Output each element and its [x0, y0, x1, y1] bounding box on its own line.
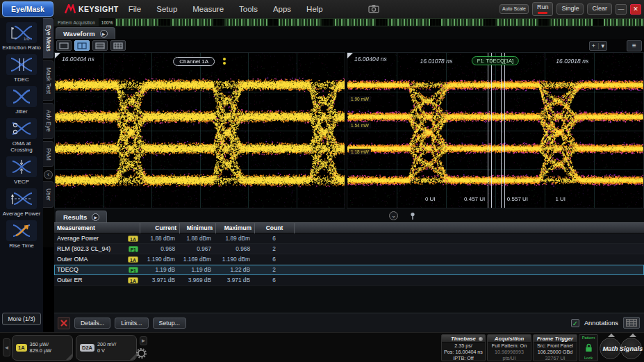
- tab-waveform[interactable]: Waveform ▶: [56, 27, 115, 39]
- signals-panel-arrow-icon[interactable]: [629, 334, 636, 337]
- gear-icon[interactable]: [136, 348, 147, 361]
- brand-name: KEYSIGHT: [79, 5, 119, 13]
- auto-scale-button[interactable]: Auto Scale: [499, 4, 529, 13]
- col-measurement[interactable]: Measurement: [54, 223, 140, 233]
- col-current[interactable]: Current: [140, 223, 179, 233]
- svg-text:1/0: 1/0: [24, 37, 30, 41]
- pane-select-corner-icon[interactable]: [55, 53, 60, 58]
- table-row-average-power[interactable]: Average Power1A 1.88 dBm 1.88 dBm 1.89 d…: [54, 233, 644, 244]
- collapse-results-icon[interactable]: ⌄: [389, 211, 398, 220]
- close-button[interactable]: ✕: [630, 4, 641, 15]
- run-button[interactable]: Run: [532, 2, 554, 15]
- layout-rows-button[interactable]: [92, 40, 108, 51]
- play-icon[interactable]: ▶: [100, 30, 108, 38]
- table-row-tdecq[interactable]: TDECQF1 1.19 dB 1.19 dB 1.22 dB 2: [54, 265, 644, 275]
- sidebar-item-extinction-ratio[interactable]: 1/0 Extinction Ratio: [1, 22, 42, 51]
- signal-tile-1a[interactable]: 1A 360 µW/ 829.0 µW: [12, 335, 73, 361]
- frame-trigger-tile[interactable]: Frame Trigger Src: Front Panel 106.25000…: [533, 334, 577, 361]
- col-maximum[interactable]: Maximum: [215, 223, 254, 233]
- eye-mask-mode-button[interactable]: Eye/Mask: [2, 1, 53, 17]
- count-value: 6: [254, 254, 294, 264]
- more-measurements-button[interactable]: More (1/3): [2, 313, 40, 325]
- tdecq-function-label[interactable]: F1: TDECQ[1A]: [472, 56, 519, 65]
- signal-tile-d2a[interactable]: D2A 200 mV/ 0 V: [76, 335, 137, 361]
- channel-marker-dots: [223, 58, 226, 65]
- signals-button[interactable]: Signals: [620, 338, 642, 359]
- col-count[interactable]: Count: [254, 223, 294, 233]
- math-panel-arrow-icon[interactable]: [608, 334, 615, 337]
- table-row-outer-oma[interactable]: Outer OMA1A 1.190 dBm 1.169 dBm 1.190 dB…: [54, 254, 644, 265]
- sidebar-item-average-power[interactable]: Average Power: [1, 188, 42, 217]
- annotations-checkbox[interactable]: ✓: [571, 319, 579, 327]
- layout-single-pane-button[interactable]: [56, 40, 72, 51]
- table-row-outer-er[interactable]: Outer ER1A 3.971 dB 3.969 dB 3.971 dB 6: [54, 275, 644, 286]
- sidebar-item-oma-at-crossing[interactable]: OMA at Crossing: [1, 118, 42, 153]
- menu-tools[interactable]: Tools: [239, 5, 258, 13]
- tab-user[interactable]: User: [43, 181, 53, 208]
- results-footer: Details... Limits... Setup... ✓ Annotati…: [54, 313, 644, 332]
- col-minimum[interactable]: Minimum: [179, 223, 215, 233]
- layout-two-pane-button[interactable]: [74, 40, 90, 51]
- frame-trigger-title: Frame Trigger: [537, 336, 573, 342]
- sidebar-item-rise-time[interactable]: Rise Time: [1, 220, 42, 249]
- count-value: 6: [254, 233, 294, 243]
- clear-button[interactable]: Clear: [587, 3, 612, 14]
- plus-icon: +: [592, 42, 595, 49]
- minimize-button[interactable]: —: [616, 4, 627, 15]
- pattern-acquisition-value: 100%: [99, 18, 116, 26]
- rise-time-icon: [6, 220, 37, 241]
- math-button[interactable]: Math: [600, 338, 621, 359]
- sidebar-item-jitter[interactable]: Jitter: [1, 86, 42, 115]
- xtick-0557ui: 0.557 UI: [507, 196, 528, 202]
- flexdca-window: Eye/Mask KEYSIGHT File Setup Measure Too…: [0, 0, 644, 362]
- right-tdecq-plot[interactable]: 16.00404 ns 16.01078 ns F1: TDECQ[1A] 16…: [347, 52, 644, 208]
- pattern-lock-tile[interactable]: Pattern Lock: [579, 334, 598, 361]
- sidebar-item-tdec[interactable]: TDEC: [1, 54, 42, 83]
- annotation-table-icon[interactable]: [623, 317, 640, 329]
- acquisition-tile[interactable]: Acquisition Full Pattern: On 10.98998993…: [487, 334, 531, 361]
- sidebar-item-label: Rise Time: [9, 242, 34, 249]
- collapse-sidebar-icon[interactable]: ‹: [44, 170, 53, 179]
- tab-adv-eye[interactable]: Adv Eye: [43, 103, 53, 139]
- channel-1a-label[interactable]: Channel 1A: [173, 57, 215, 66]
- menu-file[interactable]: File: [129, 5, 142, 13]
- status-bar: ◄ 1A 360 µW/ 829.0 µW D2A 200 mV/ 0 V ►: [0, 332, 644, 362]
- limits-button[interactable]: Limits...: [115, 318, 148, 329]
- threshold-label-lower: 1.18 mW: [349, 149, 371, 155]
- pin-icon[interactable]: [409, 212, 416, 220]
- setup-button[interactable]: Setup...: [153, 318, 186, 329]
- measurement-name: Outer OMA: [57, 254, 88, 264]
- delete-measurement-icon[interactable]: [58, 317, 70, 329]
- timebase-ptb: IPTB: Off: [442, 356, 485, 361]
- pane-select-corner-icon[interactable]: [347, 53, 353, 58]
- single-button[interactable]: Single: [556, 3, 584, 14]
- plot-menu-button[interactable]: ≡: [627, 40, 642, 51]
- details-button[interactable]: Details...: [74, 318, 110, 329]
- add-pane-control[interactable]: +|▾: [589, 41, 607, 51]
- eye-diagram-plots: 16.00404 ns Channel 1A 16.00404 ns 16.01…: [54, 52, 644, 208]
- layout-grid-button[interactable]: [110, 40, 126, 51]
- signal-offset: 829.0 µW: [30, 348, 51, 354]
- tab-mask-test[interactable]: Mask Test: [43, 60, 53, 101]
- signals-scroll-right-icon[interactable]: ►: [140, 336, 147, 345]
- marker1-time-label: 16.01078 ns: [420, 58, 452, 65]
- signal-badge-1a: 1A: [16, 344, 27, 352]
- table-row-rlm[interactable]: RLM (802.3 CL_94)F1 0.968 0.967 0.968 2: [54, 244, 644, 254]
- tab-pam[interactable]: PAM: [43, 141, 53, 167]
- menu-help[interactable]: Help: [306, 5, 323, 13]
- tab-eye-meas[interactable]: Eye Meas: [43, 18, 53, 58]
- screenshot-camera-icon[interactable]: [368, 3, 379, 16]
- tab-results[interactable]: Results ▶: [56, 211, 107, 222]
- pattern-lock-bottom-label: Lock: [584, 356, 593, 360]
- play-icon[interactable]: ▶: [92, 213, 99, 221]
- menu-measure[interactable]: Measure: [192, 5, 224, 13]
- current-value: 1.88 dBm: [140, 233, 179, 243]
- sidebar-item-vecp[interactable]: VECP: [1, 156, 42, 185]
- menu-apps[interactable]: Apps: [273, 5, 291, 13]
- menu-setup[interactable]: Setup: [156, 5, 177, 13]
- left-eye-plot[interactable]: 16.00404 ns Channel 1A: [54, 52, 345, 208]
- run-active-indicator: [538, 12, 547, 14]
- timebase-tile[interactable]: Timebase 2.35 ps/ Pos: 16.00404 ns IPTB:…: [441, 334, 486, 361]
- minimum-value: 1.169 dBm: [179, 254, 215, 264]
- signals-scroll-left-icon[interactable]: ◄: [3, 338, 10, 356]
